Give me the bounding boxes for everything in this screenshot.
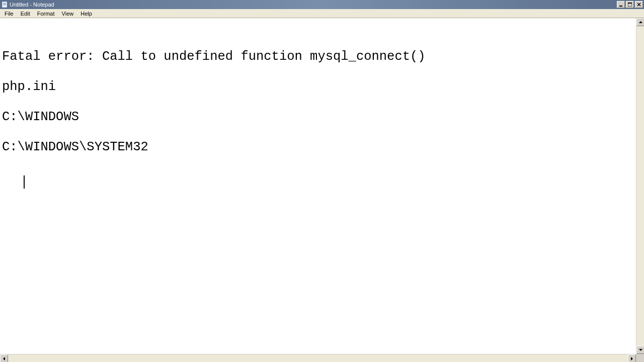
horizontal-scrollbar-row [0,354,644,362]
vertical-scroll-track[interactable] [636,26,644,346]
editor-content: Fatal error: Call to undefined function … [2,49,426,154]
scroll-down-button[interactable] [636,346,644,354]
title-bar: Untitled - Notepad [0,0,644,9]
menu-help[interactable]: Help [77,10,96,17]
svg-rect-6 [628,3,632,4]
editor-wrap: Fatal error: Call to undefined function … [0,18,644,354]
svg-rect-4 [619,6,622,7]
svg-marker-10 [639,349,642,351]
menu-edit[interactable]: Edit [17,10,34,17]
scroll-up-button[interactable] [636,18,644,26]
minimize-button[interactable] [617,1,625,8]
text-editor[interactable]: Fatal error: Call to undefined function … [0,18,636,354]
svg-marker-12 [631,357,633,360]
menu-format[interactable]: Format [34,10,58,17]
horizontal-scroll-track[interactable] [8,354,628,362]
menu-view[interactable]: View [58,10,77,17]
notepad-icon [1,1,8,8]
text-caret [24,175,25,189]
scrollbar-corner [636,354,644,362]
svg-marker-11 [3,357,5,360]
vertical-scrollbar[interactable] [636,18,644,354]
maximize-button[interactable] [626,1,634,8]
menu-bar: File Edit Format View Help [0,9,644,18]
close-button[interactable] [635,1,643,8]
svg-rect-0 [2,2,7,8]
window-title: Untitled - Notepad [10,0,616,9]
scroll-left-button[interactable] [0,354,8,362]
window-controls [616,1,643,8]
horizontal-scrollbar[interactable] [0,354,636,362]
menu-file[interactable]: File [1,10,17,17]
svg-marker-9 [639,21,642,23]
scroll-right-button[interactable] [628,354,636,362]
client-area: Fatal error: Call to undefined function … [0,18,644,362]
